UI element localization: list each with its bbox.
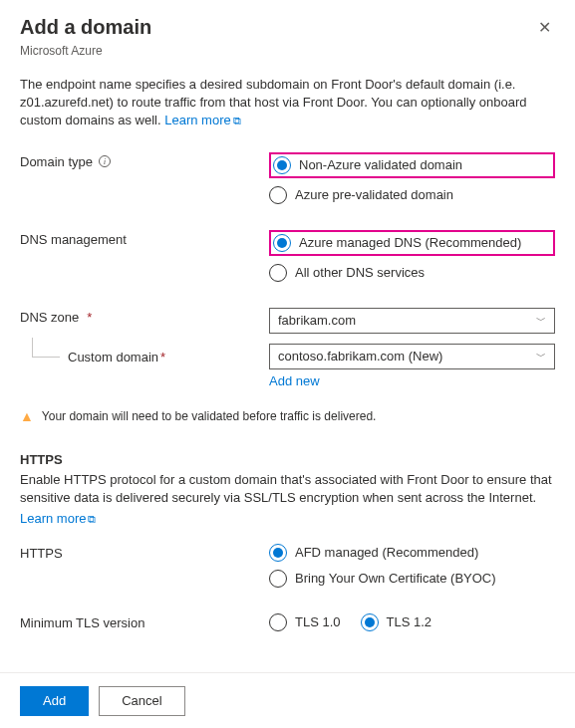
radio-non-azure-validated[interactable]: Non-Azure validated domain xyxy=(273,156,462,174)
cancel-button[interactable]: Cancel xyxy=(99,686,184,716)
description-text: The endpoint name specifies a desired su… xyxy=(20,76,555,130)
dns-management-highlight: Azure managed DNS (Recommended) xyxy=(269,230,555,256)
warning-icon: ▲ xyxy=(20,408,34,424)
custom-domain-value: contoso.fabrikam.com (New) xyxy=(278,349,442,364)
custom-domain-label: Custom domain xyxy=(68,350,158,364)
radio-byoc[interactable]: Bring Your Own Certificate (BYOC) xyxy=(269,570,555,588)
radio-afd-managed[interactable]: AFD managed (Recommended) xyxy=(269,544,555,562)
radio-icon xyxy=(269,544,287,562)
min-tls-label: Minimum TLS version xyxy=(20,615,144,630)
custom-domain-select[interactable]: contoso.fabrikam.com (New) ﹀ xyxy=(269,344,555,369)
radio-icon xyxy=(269,613,287,631)
radio-tls-10[interactable]: TLS 1.0 xyxy=(269,613,341,631)
required-indicator: * xyxy=(87,310,92,325)
radio-tls-12[interactable]: TLS 1.2 xyxy=(361,613,432,631)
add-button[interactable]: Add xyxy=(20,686,89,716)
learn-more-link[interactable]: Learn more⧉ xyxy=(164,113,240,127)
tree-connector xyxy=(32,338,60,358)
radio-icon xyxy=(273,156,291,174)
chevron-down-icon: ﹀ xyxy=(536,350,546,364)
footer-bar: Add Cancel xyxy=(0,672,575,728)
radio-azure-prevalidated[interactable]: Azure pre-validated domain xyxy=(269,186,555,204)
radio-icon xyxy=(269,570,287,588)
page-subtitle: Microsoft Azure xyxy=(20,44,555,58)
info-icon[interactable]: i xyxy=(99,155,111,167)
radio-icon xyxy=(273,234,291,252)
https-heading: HTTPS xyxy=(20,452,555,467)
description-body: The endpoint name specifies a desired su… xyxy=(20,77,527,127)
radio-icon xyxy=(269,186,287,204)
add-new-link[interactable]: Add new xyxy=(269,373,555,388)
dns-zone-select[interactable]: fabrikam.com ﹀ xyxy=(269,308,555,334)
external-link-icon: ⧉ xyxy=(88,513,96,525)
warning-text: Your domain will need to be validated be… xyxy=(42,409,377,423)
chevron-down-icon: ﹀ xyxy=(536,314,546,328)
https-learn-more-link[interactable]: Learn more⧉ xyxy=(20,511,96,526)
dns-zone-value: fabrikam.com xyxy=(278,313,356,328)
https-label: HTTPS xyxy=(20,546,63,561)
close-icon[interactable]: ✕ xyxy=(534,16,555,40)
required-indicator: * xyxy=(160,350,165,364)
dns-management-label: DNS management xyxy=(20,232,127,247)
domain-type-highlight: Non-Azure validated domain xyxy=(269,152,555,178)
domain-type-label: Domain type xyxy=(20,154,93,169)
page-title: Add a domain xyxy=(20,16,151,39)
external-link-icon: ⧉ xyxy=(233,115,241,126)
https-description: Enable HTTPS protocol for a custom domai… xyxy=(20,471,555,507)
radio-icon xyxy=(361,613,379,631)
radio-icon xyxy=(269,264,287,282)
radio-azure-managed-dns[interactable]: Azure managed DNS (Recommended) xyxy=(273,234,521,252)
dns-zone-label: DNS zone xyxy=(20,310,79,325)
radio-other-dns[interactable]: All other DNS services xyxy=(269,264,555,282)
